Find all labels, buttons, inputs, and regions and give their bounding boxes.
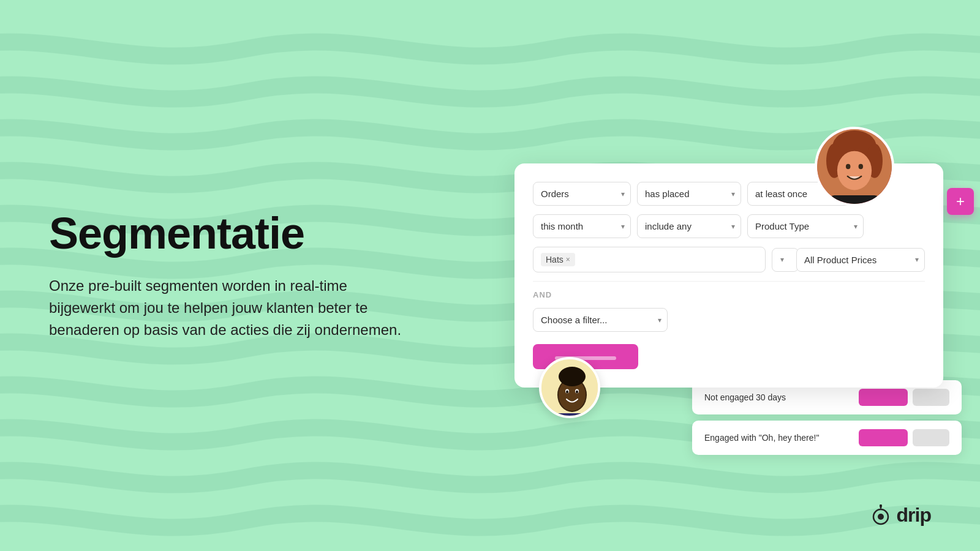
product-type-select-wrapper[interactable]: Product Type [747,214,864,238]
svg-point-11 [559,367,586,386]
segment-text-1: Not engaged 30 days [704,392,786,402]
filter-row-3: Hats × All Product Prices [533,247,925,272]
segment-actions-2 [859,429,949,446]
choose-filter-select[interactable]: Choose a filter... [533,308,668,332]
drip-logo-text: drip [897,504,931,527]
filter-row-2: this month include any Product Type [533,214,925,238]
avatar-top [815,127,894,206]
and-label: AND [533,290,925,299]
segment-btn-gray-1[interactable] [913,389,949,406]
orders-select-wrapper[interactable]: Orders [533,182,631,206]
all-product-prices-select[interactable]: All Product Prices [796,248,925,272]
include-any-select-wrapper[interactable]: include any [637,214,741,238]
add-filter-button[interactable]: + [947,188,974,215]
expand-select-wrapper[interactable] [772,248,790,272]
tag-input[interactable]: Hats × [533,247,766,272]
svg-point-6 [859,164,864,169]
all-product-prices-select-wrapper[interactable]: All Product Prices [796,248,925,272]
avatar-bottom [539,357,600,418]
segment-card-2: Engaged with "Oh, hey there!" [692,421,962,455]
has-placed-select-wrapper[interactable]: has placed [637,182,741,206]
page-title: Segmentatie [49,209,404,258]
card-divider [533,281,925,282]
choose-filter-wrapper[interactable]: Choose a filter... [533,308,668,332]
choose-filter-row: Choose a filter... [533,308,925,332]
drip-logo-icon [870,504,892,527]
svg-point-5 [846,164,851,169]
this-month-select-wrapper[interactable]: this month [533,214,631,238]
orders-select[interactable]: Orders [533,182,631,206]
this-month-select[interactable]: this month [533,214,631,238]
segment-actions-1 [859,389,949,406]
expand-select[interactable] [772,248,799,272]
svg-point-18 [878,514,884,520]
segment-btn-pink-2[interactable] [859,429,908,446]
segment-btn-gray-2[interactable] [913,429,949,446]
product-type-select[interactable]: Product Type [747,214,864,238]
right-content: Orders has placed at least once × this m… [514,163,943,388]
has-placed-select[interactable]: has placed [637,182,741,206]
left-content: Segmentatie Onze pre-built segmenten wor… [49,209,404,341]
segment-btn-pink-1[interactable] [859,389,908,406]
tag-remove-icon[interactable]: × [566,255,570,264]
drip-logo: drip [870,504,931,527]
tag-text: Hats [546,255,564,264]
hats-tag: Hats × [541,253,575,266]
include-any-select[interactable]: include any [637,214,741,238]
svg-point-14 [566,391,568,394]
svg-point-4 [837,151,872,190]
segment-list: Not engaged 30 days Engaged with "Oh, he… [692,380,962,461]
svg-point-15 [576,391,578,394]
avatar-top-face [817,129,892,204]
description-text: Onze pre-built segmenten worden in real-… [49,276,404,342]
segment-text-2: Engaged with "Oh, hey there!" [704,433,819,443]
